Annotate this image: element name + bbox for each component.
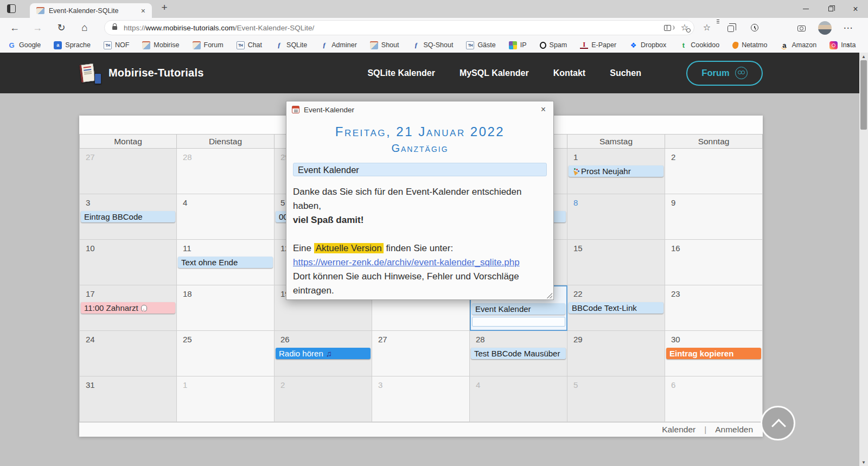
bookmark-label: NOF xyxy=(115,41,129,49)
calendar-cell-11[interactable]: 11Text ohne Ende xyxy=(177,240,275,285)
calendar-cell-1[interactable]: 1 xyxy=(177,376,275,422)
history-icon[interactable] xyxy=(745,18,764,37)
calendar-event[interactable]: Eintrag kopieren xyxy=(666,348,761,359)
bookmark-label: Spam xyxy=(550,41,567,49)
calendar-cell-25[interactable]: 25 xyxy=(177,331,275,376)
bookmark-item-insta[interactable]: Insta xyxy=(829,41,856,49)
calendar-cell-16[interactable]: 16 xyxy=(665,240,763,285)
bookmark-item-sq-shout[interactable]: ƒSQ-Shout xyxy=(412,41,453,49)
restore-button[interactable] xyxy=(818,0,843,18)
back-button[interactable]: ← xyxy=(5,18,24,37)
calendar-cell-28[interactable]: 28Test BBCode Mausüber xyxy=(470,331,567,376)
bookmark-item-google[interactable]: GGoogle xyxy=(8,41,41,49)
calendar-event[interactable]: Event Kalender xyxy=(472,303,565,315)
close-window-button[interactable]: × xyxy=(843,0,868,18)
calendar-cell-10[interactable]: 10 xyxy=(79,240,177,285)
dialog-titlebar[interactable]: Event-Kalender × xyxy=(286,101,553,118)
profile-avatar[interactable] xyxy=(815,18,834,37)
read-aloud-icon[interactable] xyxy=(664,25,671,31)
home-button[interactable]: ⌂ xyxy=(75,18,94,37)
calendar-cell-2[interactable]: 2 xyxy=(665,149,763,194)
calendar-event[interactable]: 11:00 Zahnarzt xyxy=(81,302,175,314)
scrollbar-thumb[interactable] xyxy=(860,60,867,130)
calendar-cell-4[interactable]: 4 xyxy=(470,376,567,422)
footer-link-kalender[interactable]: Kalender xyxy=(662,425,695,435)
scroll-to-top-button[interactable] xyxy=(761,406,795,441)
bookmark-item-g-ste[interactable]: THGäste xyxy=(466,41,495,49)
forward-button[interactable]: → xyxy=(28,18,47,37)
calendar-cell-4[interactable]: 4 xyxy=(177,194,275,240)
calendar-cell-17[interactable]: 1711:00 Zahnarzt xyxy=(79,285,177,331)
bookmark-item-forum[interactable]: Forum xyxy=(193,41,224,49)
calendar-cell-29[interactable]: 29 xyxy=(567,331,665,376)
calendar-cell-18[interactable]: 18 xyxy=(177,285,275,331)
calendar-cell-28[interactable]: 28 xyxy=(177,149,275,194)
calendar-event[interactable]: Prost Neujahr xyxy=(569,165,663,177)
bookmark-item-amazon[interactable]: aAmazon xyxy=(780,41,816,49)
calendar-cell-6[interactable]: 6 xyxy=(665,376,763,422)
calendar-cell-1[interactable]: 1Prost Neujahr xyxy=(567,149,665,194)
reload-button[interactable]: ↻ xyxy=(52,18,71,37)
calendar-event[interactable]: Text ohne Ende xyxy=(178,257,273,268)
nav-kontakt[interactable]: Kontakt xyxy=(553,68,586,78)
footer-link-anmelden[interactable]: Anmelden xyxy=(715,425,753,435)
calendar-cell-23[interactable]: 23 xyxy=(665,285,763,331)
bookmark-item-mobirise[interactable]: Mobirise xyxy=(142,41,179,49)
nav-sqlite-kalender[interactable]: SQLite Kalender xyxy=(367,68,435,78)
calendar-event[interactable]: BBCode Text-Link xyxy=(569,302,663,314)
new-tab-button[interactable]: + xyxy=(157,2,171,14)
tab-close-icon[interactable]: × xyxy=(139,7,148,15)
bookmark-item-ip[interactable]: IP xyxy=(509,41,527,49)
bookmark-item-dropbox[interactable]: ❖Dropbox xyxy=(629,41,666,49)
calendar-cell-3[interactable]: 3Eintrag BBCode xyxy=(79,194,177,240)
calendar-cell-27[interactable]: 27 xyxy=(79,149,177,194)
site-brand[interactable]: Mobirise-Tutorials xyxy=(108,67,203,79)
address-bar[interactable]: https://www.mobirise-tutorials.com/Event… xyxy=(104,20,694,35)
calendar-cell-9[interactable]: 9 xyxy=(665,194,763,240)
calendar-cell-24[interactable]: 24 xyxy=(79,331,177,376)
bookmark-item-nof[interactable]: THNOF xyxy=(104,41,129,49)
bookmark-item-shout[interactable]: Shout xyxy=(370,41,399,49)
bookmark-item-sqlite[interactable]: ƒSQLite xyxy=(275,41,307,49)
browser-tab[interactable]: Event-Kalender-SQLite × xyxy=(30,3,152,18)
bookmark-item-sprache[interactable]: aSprache xyxy=(54,41,91,49)
tab-actions-icon[interactable] xyxy=(7,4,16,13)
scrollbar-up-arrow[interactable]: ▲ xyxy=(861,53,866,60)
calendar-event[interactable]: Radio hören♫ xyxy=(276,348,371,359)
calendar-cell-27[interactable]: 27 xyxy=(372,331,470,376)
bookmark-item-cookidoo[interactable]: tCookidoo xyxy=(679,41,719,49)
version-link[interactable]: https://werner-zenk.de/archiv/event-kale… xyxy=(293,257,520,267)
nav-suchen[interactable]: Suchen xyxy=(610,68,641,78)
url-text[interactable]: https://www.mobirise-tutorials.com/Event… xyxy=(124,24,664,32)
bookmark-item-spam[interactable]: Spam xyxy=(540,41,567,49)
calendar-event[interactable]: Test BBCode Mausüber xyxy=(471,348,566,359)
bookmark-item-chat[interactable]: THChat xyxy=(237,41,262,49)
web-capture-icon[interactable] xyxy=(792,18,810,37)
calendar-cell-31[interactable]: 31 xyxy=(79,376,177,422)
new-entry-slot[interactable] xyxy=(472,317,565,327)
bookmark-item-netatmo[interactable]: Netatmo xyxy=(732,41,767,49)
calendar-cell-22[interactable]: 22BBCode Text-Link xyxy=(567,285,665,331)
favorites-icon[interactable]: ☆ xyxy=(698,18,716,37)
forum-button[interactable]: Forum xyxy=(686,61,763,86)
calendar-cell-8[interactable]: 8 xyxy=(567,194,665,240)
calendar-cell-26[interactable]: 26Radio hören♫ xyxy=(275,331,372,376)
calendar-event[interactable]: Eintrag BBCode xyxy=(81,211,175,222)
calendar-cell-30[interactable]: 30Eintrag kopieren xyxy=(665,331,763,376)
dialog-close-icon[interactable]: × xyxy=(539,105,548,114)
calendar-cell-3[interactable]: 3 xyxy=(372,376,470,422)
bookmark-item-e-paper[interactable]: IE-Paper xyxy=(580,41,616,49)
scrollbar-down-arrow[interactable]: ▼ xyxy=(861,458,866,466)
calendar-cell-2[interactable]: 2 xyxy=(275,376,372,422)
calendar-cell-15[interactable]: 15 xyxy=(567,240,665,285)
nav-mysql-kalender[interactable]: MySQL Kalender xyxy=(459,68,529,78)
bookmark-item-adminer[interactable]: ƒAdminer xyxy=(320,41,357,49)
site-logo[interactable] xyxy=(79,62,103,84)
page-scrollbar[interactable]: ▲ ▼ xyxy=(859,53,868,466)
add-favorite-icon[interactable]: ☆ xyxy=(681,23,688,32)
bookmarks-overflow-chevron[interactable]: › xyxy=(847,40,850,49)
calendar-cell-5[interactable]: 5 xyxy=(567,376,665,422)
minimize-button[interactable] xyxy=(793,0,818,18)
settings-menu-icon[interactable]: ⋯ xyxy=(839,18,857,37)
collections-icon[interactable] xyxy=(722,18,740,37)
